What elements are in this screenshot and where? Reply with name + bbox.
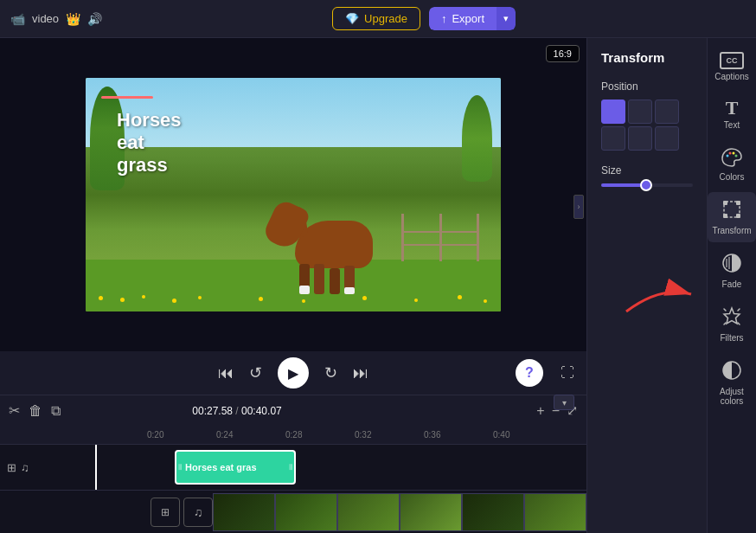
play-button[interactable]: ▶ — [278, 357, 309, 389]
svg-rect-8 — [736, 214, 740, 218]
pos-top-center[interactable] — [628, 100, 652, 124]
captions-icon: CC — [720, 52, 744, 69]
timeline-toolbar: ✂ 🗑 ⧉ 00:27.58 / 00:40.07 + − ⤢ — [0, 395, 586, 426]
colors-icon — [721, 147, 743, 170]
svg-rect-7 — [723, 214, 727, 218]
video-thumb-1 — [213, 493, 275, 531]
flowers — [86, 287, 501, 305]
track-label-area: ⊞ ♫ — [0, 461, 147, 474]
svg-point-1 — [729, 152, 732, 155]
current-time: 00:27.58 — [192, 405, 233, 417]
video-area: Horses eat grass 16:9 › ⏮ ↺ ▶ ↻ ⏭ ? ⛶ ▾ … — [0, 38, 586, 533]
fade-icon — [721, 253, 742, 277]
time-separator: / — [235, 405, 241, 417]
sidebar-item-text[interactable]: T Text — [708, 92, 756, 137]
svg-rect-6 — [736, 201, 740, 205]
playhead — [95, 445, 97, 490]
clip-handle-left[interactable]: ⦀ — [176, 452, 183, 483]
right-sidebar: CC Captions T Text Colors — [707, 38, 756, 533]
rewind-5-button[interactable]: ↺ — [249, 363, 262, 382]
video-controls: ⏮ ↺ ▶ ↻ ⏭ ? ⛶ ▾ — [0, 351, 586, 395]
position-grid — [601, 100, 693, 151]
colors-label: Colors — [720, 172, 745, 182]
upgrade-gem-icon: 💎 — [345, 12, 359, 25]
forward-5-button[interactable]: ↻ — [324, 363, 337, 382]
aspect-ratio-badge: 16:9 — [546, 45, 580, 62]
delete-button[interactable]: 🗑 — [29, 403, 42, 419]
pos-top-right[interactable] — [655, 100, 679, 124]
skip-back-button[interactable]: ⏮ — [218, 364, 234, 382]
video-clip[interactable]: ⦀ Horses eat gras ⦀ — [175, 450, 296, 485]
main-content: Horses eat grass 16:9 › ⏮ ↺ ▶ ↻ ⏭ ? ⛶ ▾ … — [0, 38, 756, 533]
svg-point-0 — [727, 155, 729, 157]
text-icon: T — [726, 99, 739, 118]
export-button[interactable]: ↑ Export — [429, 7, 497, 30]
track-content: ⦀ Horses eat gras ⦀ — [147, 445, 586, 490]
video-thumb-3 — [337, 493, 400, 531]
video-thumbnails-row: ⊞ ♫ — [0, 490, 586, 533]
pos-mid-center[interactable] — [628, 126, 652, 151]
sidebar-item-transform[interactable]: Transform — [708, 192, 756, 242]
filters-label: Filters — [720, 333, 743, 343]
export-icon: ↑ — [441, 12, 447, 25]
duplicate-button[interactable]: ⧉ — [51, 403, 61, 419]
video-thumb-4 — [400, 493, 462, 531]
expand-sidebar-button[interactable]: › — [573, 195, 584, 219]
tree-right — [462, 95, 492, 182]
timeline-time-display: 00:27.58 / 00:40.07 — [192, 405, 281, 417]
size-slider-container — [601, 183, 693, 187]
sidebar-item-filters[interactable]: Filters — [708, 299, 756, 350]
panel-title: Transform — [587, 38, 707, 74]
ruler-mark-2: 0:28 — [285, 430, 355, 440]
sidebar-item-captions[interactable]: CC Captions — [708, 45, 756, 88]
fullscreen-button[interactable]: ⛶ — [561, 365, 574, 381]
audio-button[interactable]: ♫ — [183, 498, 213, 527]
add-button[interactable]: + — [536, 403, 544, 419]
timeline-tracks: ⊞ ♫ ⦀ Horses eat gras ⦀ — [0, 445, 586, 490]
properties-panel: Transform Position Size — [586, 38, 707, 533]
sidebar-item-adjust-colors[interactable]: Adjust colors — [708, 353, 756, 413]
timeline-area: ✂ 🗑 ⧉ 00:27.58 / 00:40.07 + − ⤢ 0:20 0:2… — [0, 395, 586, 533]
add-media-button[interactable]: ⊞ — [151, 498, 180, 527]
add-audio-button[interactable]: ♫ — [21, 461, 29, 474]
help-button[interactable]: ? — [516, 359, 543, 387]
ruler-mark-3: 0:32 — [355, 430, 424, 440]
transform-icon — [721, 199, 742, 223]
video-canvas: Horses eat grass — [86, 78, 501, 311]
crown-icon: 👑 — [66, 12, 80, 26]
text-label: Text — [724, 120, 740, 130]
upgrade-button[interactable]: 💎 Upgrade — [332, 7, 420, 30]
transform-label: Transform — [712, 226, 751, 235]
adjust-colors-icon — [721, 360, 742, 384]
fence — [401, 222, 479, 261]
sidebar-item-colors[interactable]: Colors — [708, 140, 756, 189]
svg-point-2 — [733, 152, 735, 155]
pos-mid-right[interactable] — [655, 126, 679, 151]
topbar-left: 📹 video 👑 🔊 — [10, 12, 102, 26]
clip-label: Horses eat gras — [183, 462, 287, 472]
adjust-colors-label: Adjust colors — [711, 387, 753, 406]
video-preview: Horses eat grass 16:9 › — [0, 38, 586, 351]
sidebar-item-fade[interactable]: Fade — [708, 246, 756, 296]
ruler-mark-4: 0:36 — [424, 430, 493, 440]
position-label: Position — [601, 80, 693, 93]
topbar: 📹 video 👑 🔊 💎 Upgrade ↑ Export ▾ — [0, 0, 756, 38]
cut-tool-button[interactable]: ✂ — [9, 402, 20, 419]
pos-top-left[interactable] — [601, 100, 625, 124]
export-dropdown-button[interactable]: ▾ — [497, 7, 516, 30]
captions-label: Captions — [714, 72, 748, 81]
add-media-track-button[interactable]: ⊞ — [7, 461, 16, 474]
svg-point-3 — [735, 155, 738, 157]
skip-forward-button[interactable]: ⏭ — [353, 364, 368, 382]
fade-label: Fade — [722, 279, 742, 289]
export-label: Export — [452, 12, 484, 25]
size-section: Size — [587, 157, 707, 199]
pos-mid-left[interactable] — [601, 126, 625, 151]
ruler-mark-0: 0:20 — [147, 430, 216, 440]
export-group: ↑ Export ▾ — [429, 7, 516, 30]
clip-handle-right[interactable]: ⦀ — [287, 452, 294, 483]
video-thumb-5 — [462, 493, 524, 531]
video-caption-text: Horses eat grass — [117, 109, 182, 177]
ruler-mark-5: 0:40 — [493, 430, 562, 440]
scroll-down-button[interactable]: ▾ — [554, 395, 574, 410]
